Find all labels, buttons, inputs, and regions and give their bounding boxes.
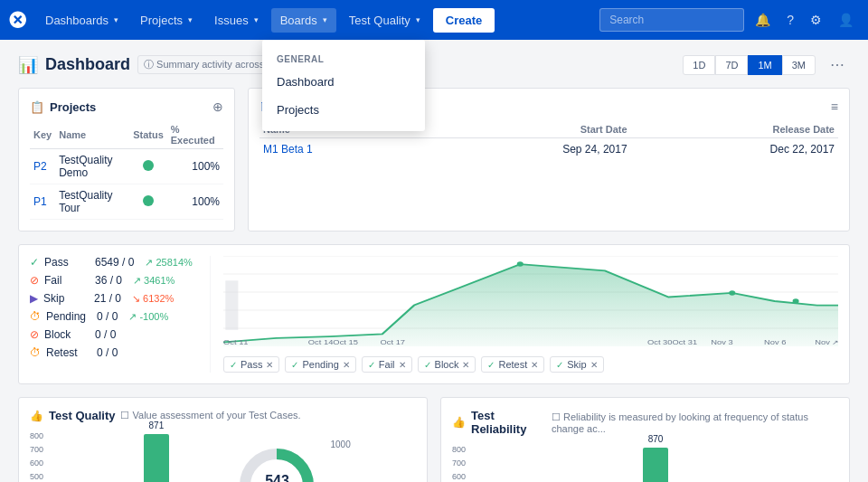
time-btn-3m[interactable]: 3M	[782, 55, 816, 75]
svg-text:Oct 30Oct 31: Oct 30Oct 31	[647, 338, 698, 346]
settings-icon[interactable]: ⚙	[803, 7, 829, 33]
time-btn-1d[interactable]: 1D	[683, 55, 715, 75]
stat-change-skip: ↘ 6132%	[132, 293, 174, 305]
testquality-chevron: ▾	[416, 15, 420, 24]
boards-chevron: ▾	[323, 15, 327, 24]
boards-dropdown: GENERAL Dashboard Projects	[262, 40, 425, 131]
svg-text:Oct 14Oct 15: Oct 14Oct 15	[308, 338, 359, 346]
stat-icon-block: ⊘	[30, 328, 39, 341]
stat-label-pending: Pending	[46, 310, 91, 323]
svg-text:Nov ↗: Nov ↗	[815, 338, 838, 346]
trend-chart-area: Oct 11 Oct 14Oct 15 Oct 17 Oct 30Oct 31 …	[223, 256, 838, 373]
stat-label-retest: Retest	[46, 346, 91, 359]
table-row: P2 TestQuality Demo 100%	[30, 149, 223, 184]
col-pct: % Executed	[167, 121, 223, 149]
svg-text:Oct 11: Oct 11	[223, 338, 249, 346]
legend-remove[interactable]: ✕	[399, 360, 406, 370]
mile-col-start: Start Date	[423, 121, 630, 138]
stat-icon-pass: ✓	[30, 256, 39, 269]
legend-remove[interactable]: ✕	[531, 360, 538, 370]
dropdown-dashboard[interactable]: Dashboard	[262, 68, 425, 96]
time-btn-1m[interactable]: 1M	[748, 55, 781, 75]
test-reliability-header: 👍 Test Reliability ☐ Reliability is meas…	[452, 409, 838, 436]
projects-filter-icon[interactable]: ⊕	[212, 99, 223, 114]
help-icon[interactable]: ?	[779, 7, 801, 33]
trend-chart: Oct 11 Oct 14Oct 15 Oct 17 Oct 30Oct 31 …	[223, 256, 838, 346]
reliability-bars: 0 0% 0 25% 1 50% 5 75% 870 100%	[469, 445, 668, 482]
jira-logo[interactable]	[7, 9, 29, 31]
stat-change-pending: ↗ -100%	[128, 311, 168, 323]
stat-row: ⏱ Retest 0 / 0	[30, 346, 199, 359]
nav-boards[interactable]: Boards ▾	[271, 8, 336, 33]
dashboards-chevron: ▾	[114, 15, 118, 24]
legend-check: ✓	[556, 360, 563, 370]
mile-col-release: Release Date	[631, 121, 838, 138]
nav-testquality[interactable]: Test Quality ▾	[340, 8, 429, 33]
projects-panel-header: 📋 Projects ⊕	[30, 99, 223, 114]
notifications-icon[interactable]: 🔔	[748, 7, 778, 33]
stat-values-pass: 6549 / 0	[95, 256, 134, 269]
search-input[interactable]	[599, 8, 744, 32]
nav-issues[interactable]: Issues ▾	[205, 8, 268, 33]
stat-row: ▶ Skip 21 / 0 ↘ 6132%	[30, 292, 199, 305]
legend-remove[interactable]: ✕	[343, 360, 350, 370]
legend-item: ✓ Pending ✕	[285, 356, 355, 373]
projects-icon: 📋	[30, 100, 44, 114]
dropdown-projects[interactable]: Projects	[262, 96, 425, 124]
legend-remove[interactable]: ✕	[266, 360, 273, 370]
stat-change-fail: ↗ 3461%	[133, 275, 175, 287]
stat-icon-pending: ⏱	[30, 310, 41, 323]
time-btn-7d[interactable]: 7D	[715, 55, 748, 75]
legend-item: ✓ Block ✕	[418, 356, 476, 373]
legend-remove[interactable]: ✕	[462, 360, 469, 370]
svg-point-6	[729, 290, 735, 295]
stat-icon-retest: ⏱	[30, 346, 41, 359]
stat-values-retest: 0 / 0	[97, 346, 118, 359]
rel-bar-100%	[643, 448, 668, 482]
quality-bars: 2 Bad 24 Warning 871 Good 1 Excellent	[49, 431, 223, 482]
stat-label-pass: Pass	[44, 256, 90, 269]
projects-panel-title: 📋 Projects	[30, 100, 96, 114]
svg-text:Oct 17: Oct 17	[381, 338, 406, 346]
time-buttons: 1D 7D 1M 3M	[683, 55, 816, 75]
nav-projects[interactable]: Projects ▾	[131, 8, 202, 33]
svg-rect-15	[225, 280, 238, 330]
legend-remove[interactable]: ✕	[590, 360, 598, 370]
stats-chart-panel: ✓ Pass 6549 / 0 ↗ 25814% ⊘ Fail 36 / 0 ↗…	[18, 244, 850, 384]
test-reliability-panel: 👍 Test Reliability ☐ Reliability is meas…	[440, 397, 850, 482]
nav-dashboards[interactable]: Dashboards ▾	[36, 8, 127, 33]
score-center-label: 543 SCORE	[262, 473, 291, 482]
chart-legend: ✓ Pass ✕✓ Pending ✕✓ Fail ✕✓ Block ✕✓ Re…	[223, 356, 838, 373]
table-row: P1 TestQuality Tour 100%	[30, 184, 223, 220]
legend-check: ✓	[424, 360, 431, 370]
stat-row: ✓ Pass 6549 / 0 ↗ 25814%	[30, 256, 199, 269]
bar-Good	[144, 434, 169, 482]
issues-chevron: ▾	[254, 15, 259, 24]
legend-item: ✓ Retest ✕	[481, 356, 544, 373]
svg-point-7	[793, 298, 799, 303]
legend-check: ✓	[291, 360, 298, 370]
col-status: Status	[129, 121, 167, 149]
top-navigation: Dashboards ▾ Projects ▾ Issues ▾ Boards …	[0, 0, 868, 40]
create-button[interactable]: Create	[433, 8, 495, 33]
milestones-filter-icon[interactable]: ≡	[831, 99, 838, 114]
stat-icon-skip: ▶	[30, 292, 38, 305]
projects-chevron: ▾	[188, 15, 193, 24]
test-reliability-title: Test Reliability	[471, 409, 546, 436]
more-options-button[interactable]: ⋯	[825, 54, 850, 75]
stat-icon-fail: ⊘	[30, 274, 39, 287]
user-icon[interactable]: 👤	[831, 7, 861, 33]
stat-row: ⊘ Block 0 / 0	[30, 328, 199, 341]
dashboard-icon: 📊	[18, 55, 38, 75]
dropdown-section-label: GENERAL	[262, 47, 425, 68]
test-quality-panel: 👍 Test Quality ☐ Value assessment of you…	[18, 397, 428, 482]
bar-group: 871 Good	[144, 421, 169, 482]
legend-item: ✓ Skip ✕	[550, 356, 603, 373]
svg-text:Nov 3: Nov 3	[711, 338, 733, 346]
stat-label-block: Block	[44, 328, 90, 341]
test-reliability-subtitle: ☐ Reliability is measured by looking at …	[552, 411, 838, 434]
chart-row: ✓ Pass 6549 / 0 ↗ 25814% ⊘ Fail 36 / 0 ↗…	[30, 256, 838, 373]
stat-values-fail: 36 / 0	[95, 274, 122, 287]
test-quality-header: 👍 Test Quality ☐ Value assessment of you…	[30, 409, 416, 422]
dashboard-title: Dashboard	[45, 55, 130, 74]
